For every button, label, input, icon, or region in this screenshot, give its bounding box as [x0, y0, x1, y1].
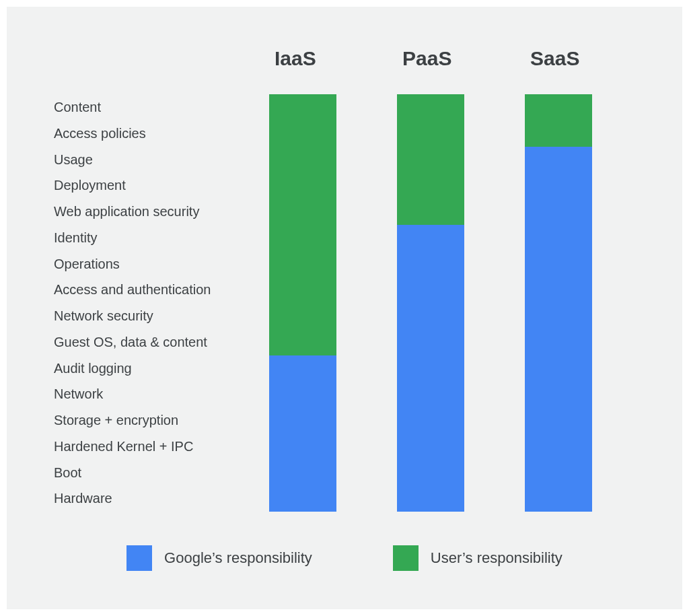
bars	[249, 94, 680, 512]
col-head-saas: SaaS	[523, 47, 651, 70]
column-headers: IaaS PaaS SaaS	[7, 47, 682, 70]
layer-label: Audit logging	[54, 355, 249, 382]
layer-label: Access policies	[54, 121, 249, 147]
legend-item-google: Google’s responsibility	[126, 545, 312, 571]
bar-iaas-google	[269, 355, 336, 512]
layer-label: Content	[54, 94, 249, 121]
bar-iaas	[269, 94, 336, 512]
layer-label: Storage + encryption	[54, 407, 249, 434]
layer-label: Network security	[54, 303, 249, 329]
legend-swatch-user	[393, 545, 419, 571]
layer-label: Hardware	[54, 485, 249, 512]
legend-swatch-google	[126, 545, 152, 571]
layer-label: Boot	[54, 460, 249, 486]
legend-label-google: Google’s responsibility	[164, 549, 312, 567]
layer-label: Hardened Kernel + IPC	[54, 434, 249, 460]
layer-label: Access and authentication	[54, 277, 249, 303]
bar-paas-user	[397, 94, 464, 225]
layer-label: Network	[54, 381, 249, 407]
layer-label: Guest OS, data & content	[54, 329, 249, 355]
layer-label: Deployment	[54, 172, 249, 199]
legend-item-user: User’s responsibility	[393, 545, 563, 571]
bar-saas	[525, 94, 592, 512]
bar-paas-google	[397, 225, 464, 512]
layer-label: Usage	[54, 147, 249, 173]
shared-responsibility-chart: IaaS PaaS SaaS Content Access policies U…	[7, 7, 682, 609]
chart-body: Content Access policies Usage Deployment…	[7, 94, 682, 512]
layer-labels: Content Access policies Usage Deployment…	[7, 94, 249, 512]
bar-paas	[397, 94, 464, 512]
legend: Google’s responsibility User’s responsib…	[7, 545, 682, 571]
legend-label-user: User’s responsibility	[431, 549, 563, 567]
col-head-paas: PaaS	[396, 47, 523, 70]
bar-saas-user	[525, 94, 592, 147]
col-head-iaas: IaaS	[268, 47, 396, 70]
layer-label: Web application security	[54, 199, 249, 225]
layer-label: Identity	[54, 225, 249, 251]
layer-label: Operations	[54, 251, 249, 277]
bar-iaas-user	[269, 94, 336, 355]
bar-saas-google	[525, 147, 592, 512]
